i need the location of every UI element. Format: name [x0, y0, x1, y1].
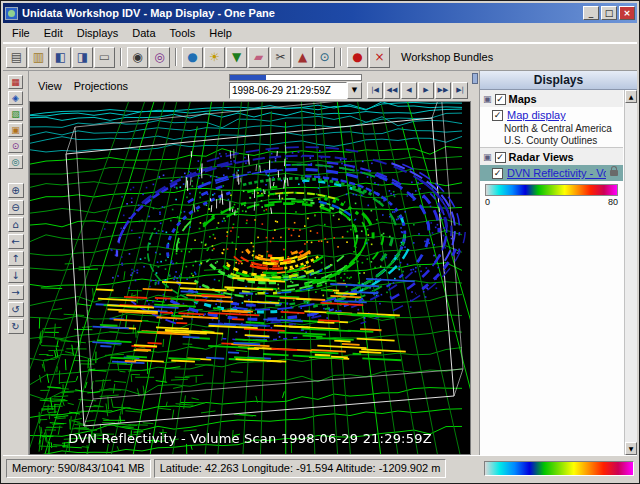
legend-scrollbar[interactable]: ▲ ▼: [624, 90, 637, 455]
data-selector-icon[interactable]: ▼: [226, 47, 247, 68]
print-icon[interactable]: ▭: [94, 47, 115, 68]
radar-3d-view[interactable]: [30, 102, 470, 454]
cut-icon[interactable]: ✂: [270, 47, 291, 68]
app-icon: [5, 7, 18, 20]
pan-left-button[interactable]: ←: [8, 234, 24, 249]
legend-display-row: ✓DVN Reflectivity - Volu...: [480, 165, 623, 181]
minimize-button[interactable]: _: [583, 6, 599, 20]
window-title: Unidata Workshop IDV - Map Display - One…: [22, 7, 581, 19]
reflectivity-colorbar[interactable]: [485, 184, 618, 196]
open-bundle-icon[interactable]: ▥: [28, 47, 49, 68]
fast-forward-button[interactable]: ▶▶: [435, 82, 451, 99]
zoom-in-button[interactable]: ⊕: [8, 183, 24, 198]
pan-up-button[interactable]: ↑: [8, 251, 24, 266]
step-back-button[interactable]: ◀: [401, 82, 417, 99]
status-bar: Memory: 590/843/1041 MB Latitude: 42.263…: [3, 455, 637, 481]
divider-collapse-button[interactable]: [472, 73, 478, 84]
first-frame-button[interactable]: |◀: [367, 82, 383, 99]
rotate-left-button[interactable]: ↺: [8, 302, 24, 317]
image-display-icon[interactable]: ▣: [8, 123, 23, 137]
legend-link-map-display[interactable]: Map display: [507, 109, 566, 121]
map-display-icon[interactable]: ▦: [8, 75, 23, 89]
view-menu[interactable]: View: [32, 77, 68, 95]
visibility-checkbox[interactable]: ✓: [492, 110, 503, 121]
scroll-up-icon[interactable]: ▲: [625, 90, 637, 103]
globe-icon[interactable]: ●: [182, 47, 203, 68]
legend-display-row: ✓Map display: [480, 107, 623, 123]
colorbar-labels: 080: [485, 196, 618, 207]
grid-display-icon[interactable]: ▧: [8, 107, 23, 121]
float-window-icon[interactable]: ▣: [483, 95, 492, 104]
time-combobox[interactable]: 1998-06-29 21:29:59Z ▼: [229, 82, 362, 99]
probe-display-icon[interactable]: ⊙: [8, 139, 23, 153]
main-toolbar: ▤▥◧◨▭◉◎●☀▼▰✂▲⊙●×Workshop Bundles: [3, 43, 637, 71]
toolbar-separator: [120, 48, 122, 66]
scroll-down-icon[interactable]: ▼: [625, 442, 637, 455]
splitpane-divider[interactable]: [471, 71, 479, 455]
lock-icon[interactable]: [610, 170, 618, 176]
displays-panel-header: Displays: [480, 71, 637, 90]
chart-icon[interactable]: ▲: [292, 47, 313, 68]
visibility-checkbox[interactable]: ✓: [492, 168, 503, 179]
rewind-button[interactable]: ◀◀: [384, 82, 400, 99]
main-area: ▦◈▧▣⊙◎⊕⊖⌂←↑↓→↺↻ View Projections 1998-06…: [3, 71, 637, 455]
legend-colorbar-block: 080: [480, 181, 623, 208]
menu-data[interactable]: Data: [125, 24, 162, 42]
legend-category-label: Maps: [509, 93, 537, 105]
colorbar-max-label: 80: [608, 197, 618, 207]
step-forward-button[interactable]: ▶: [418, 82, 434, 99]
chevron-down-icon[interactable]: ▼: [347, 82, 362, 99]
view-panel-header: View Projections 1998-06-29 21:29:59Z ▼ …: [29, 71, 471, 101]
maximize-button[interactable]: □: [601, 6, 617, 20]
visibility-checkbox[interactable]: ✓: [495, 152, 506, 163]
save-favorite-icon[interactable]: ◨: [72, 47, 93, 68]
capture-movie-icon[interactable]: ◎: [149, 47, 170, 68]
home-view-button[interactable]: ⌂: [8, 217, 24, 232]
pan-down-button[interactable]: ↓: [8, 268, 24, 283]
legend-category-radar-views[interactable]: ▣✓Radar Views: [480, 147, 623, 165]
projections-menu[interactable]: Projections: [68, 77, 134, 95]
app-window: Unidata Workshop IDV - Map Display - One…: [0, 0, 640, 484]
memory-status: Memory: 590/843/1041 MB: [6, 459, 151, 478]
title-bar[interactable]: Unidata Workshop IDV - Map Display - One…: [3, 3, 637, 23]
map-view-panel: View Projections 1998-06-29 21:29:59Z ▼ …: [29, 71, 471, 455]
toolbar-separator: [175, 48, 177, 66]
position-status: Latitude: 42.263 Longitude: -91.594 Alti…: [154, 459, 447, 478]
save-bundle-icon[interactable]: ◧: [50, 47, 71, 68]
menu-edit[interactable]: Edit: [37, 24, 70, 42]
rotate-right-button[interactable]: ↻: [8, 319, 24, 334]
zoom-out-button[interactable]: ⊖: [8, 200, 24, 215]
menu-displays[interactable]: Displays: [70, 24, 126, 42]
tip-bulb-icon[interactable]: ☀: [204, 47, 225, 68]
eraser-icon[interactable]: ▰: [248, 47, 269, 68]
menu-file[interactable]: File: [5, 24, 37, 42]
animation-timeline[interactable]: [229, 74, 362, 81]
clock-icon[interactable]: ⊙: [314, 47, 335, 68]
legend-map-item: North & Central America: [480, 123, 623, 135]
status-colorbar: [484, 461, 634, 476]
map-display-3d-area: DVN Reflectivity - Volume Scan 1998-06-2…: [29, 101, 471, 455]
toolbar-separator: [340, 48, 342, 66]
displays-panel: Displays ▣✓Maps✓Map displayNorth & Centr…: [479, 71, 637, 455]
menu-bar: FileEditDisplaysDataToolsHelp: [3, 23, 637, 43]
field-display-icon[interactable]: ◈: [8, 91, 23, 105]
time-value: 1998-06-29 21:29:59Z: [229, 82, 347, 99]
legend-link-dvn-reflectivity-volu[interactable]: DVN Reflectivity - Volu...: [507, 167, 606, 179]
pan-right-button[interactable]: →: [8, 285, 24, 300]
view-side-toolbar: ▦◈▧▣⊙◎⊕⊖⌂←↑↓→↺↻: [3, 71, 29, 455]
record-movie-icon[interactable]: ●: [347, 47, 368, 68]
close-button[interactable]: ×: [619, 6, 635, 20]
last-frame-button[interactable]: ▶|: [452, 82, 468, 99]
visibility-checkbox[interactable]: ✓: [495, 94, 506, 105]
range-ring-icon[interactable]: ◎: [8, 155, 23, 169]
colorbar-min-label: 0: [485, 197, 490, 207]
capture-image-icon[interactable]: ◉: [127, 47, 148, 68]
menu-tools[interactable]: Tools: [163, 24, 203, 42]
new-bundle-icon[interactable]: ▤: [6, 47, 27, 68]
float-window-icon[interactable]: ▣: [483, 153, 492, 162]
legend-category-label: Radar Views: [509, 151, 574, 163]
legend-category-maps[interactable]: ▣✓Maps: [480, 90, 623, 107]
menu-help[interactable]: Help: [202, 24, 239, 42]
remove-displays-icon[interactable]: ×: [369, 47, 390, 68]
workshop-bundles-label[interactable]: Workshop Bundles: [395, 49, 499, 65]
